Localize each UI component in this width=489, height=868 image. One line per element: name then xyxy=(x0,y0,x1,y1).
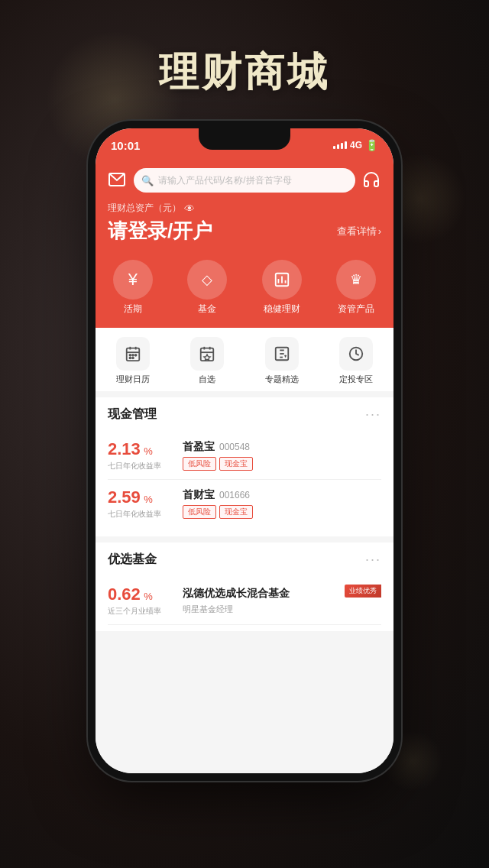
cash-item-1[interactable]: 2.13 % 七日年化收益率 首盈宝 000548 低风险 现金宝 xyxy=(108,432,381,480)
favorites-label: 自选 xyxy=(199,374,215,385)
nav-wenjian[interactable]: 稳健理财 xyxy=(244,260,319,316)
signal-bar-1 xyxy=(333,146,335,149)
background: 理财商城 10:01 4G 🔋 xyxy=(0,0,489,868)
tag-cashbao-1: 现金宝 xyxy=(219,457,253,471)
autoinvest-icon xyxy=(339,337,373,371)
nav-autoinvest[interactable]: 定投专区 xyxy=(319,337,394,385)
svg-point-9 xyxy=(129,355,131,356)
fund-info-2: 首财宝 001666 低风险 现金宝 xyxy=(176,488,381,519)
svg-point-12 xyxy=(129,358,131,359)
search-placeholder-text: 请输入产品代码/名称/拼音首字母 xyxy=(158,174,292,187)
network-type: 4G xyxy=(350,140,362,151)
notch xyxy=(199,128,290,150)
quick-nav: ¥ 活期 ◇ 基金 稳健理财 ♛ 资 xyxy=(96,254,393,328)
preferred-fund-name-1: 泓德优选成长混合基金 xyxy=(183,587,290,601)
asset-label: 理财总资产（元） 👁 xyxy=(108,202,381,215)
preferred-item-1[interactable]: 0.62 % 近三个月业绩率 泓德优选成长混合基金 明星基金经理 业绩优秀 xyxy=(108,577,381,625)
nav-ziguan[interactable]: ♛ 资管产品 xyxy=(319,260,394,316)
cash-section-title: 现金管理 xyxy=(108,406,157,423)
calendar-icon xyxy=(116,337,150,371)
status-bar: 10:01 4G 🔋 xyxy=(96,128,393,162)
fund-name-row-1: 首盈宝 000548 xyxy=(183,440,381,454)
preferred-rate-value-1: 0.62 xyxy=(108,585,141,604)
cash-item-2[interactable]: 2.59 % 七日年化收益率 首财宝 001666 低风险 现金宝 xyxy=(108,480,381,527)
calendar-label: 理财日历 xyxy=(116,374,150,385)
search-row: 🔍 请输入产品代码/名称/拼音首字母 xyxy=(108,168,381,193)
preferred-fund-sub-1: 明星基金经理 xyxy=(183,604,381,615)
asset-main-row: 请登录/开户 查看详情 › xyxy=(108,218,381,245)
fund-rate-2: 2.59 % 七日年化收益率 xyxy=(108,487,176,520)
status-icons: 4G 🔋 xyxy=(333,139,378,151)
fund-code-1: 000548 xyxy=(219,442,250,452)
nav-huoqi[interactable]: ¥ 活期 xyxy=(96,260,170,316)
jijin-label: 基金 xyxy=(198,303,216,316)
view-detail-link[interactable]: 查看详情 › xyxy=(337,225,381,238)
fund-name-2: 首财宝 xyxy=(183,488,215,502)
svg-point-11 xyxy=(135,355,137,356)
fund-tags-1: 低风险 现金宝 xyxy=(183,457,381,471)
header-section: 🔍 请输入产品代码/名称/拼音首字母 理财总资产（元） 👁 请登录/开户 xyxy=(96,162,393,254)
rate-label-1: 七日年化收益率 xyxy=(108,461,176,471)
app-title: 理财商城 xyxy=(0,46,489,99)
nav-jijin[interactable]: ◇ 基金 xyxy=(170,260,245,316)
chevron-right-icon: › xyxy=(378,225,381,237)
preferred-section: 优选基金 ··· 0.62 % 近三个月业绩率 泓德优选成长混合基金 xyxy=(96,542,393,631)
topics-icon xyxy=(265,337,299,371)
fund-name-row-2: 首财宝 001666 xyxy=(183,488,381,502)
fund-name-1: 首盈宝 xyxy=(183,440,215,454)
tag-low-risk-2: 低风险 xyxy=(183,505,216,519)
rate-value-2: 2.59 xyxy=(108,487,141,507)
fund-rate-1: 2.13 % 七日年化收益率 xyxy=(108,439,176,471)
preferred-rate-1: 0.62 % 近三个月业绩率 xyxy=(108,585,176,617)
rate-value-1: 2.13 xyxy=(108,439,141,458)
fund-info-1: 首盈宝 000548 低风险 现金宝 xyxy=(176,440,381,471)
svg-point-10 xyxy=(132,355,134,356)
tag-low-risk-1: 低风险 xyxy=(183,457,216,471)
signal-bar-4 xyxy=(345,141,347,149)
cash-section: 现金管理 ··· 2.13 % 七日年化收益率 首盈宝 xyxy=(96,397,393,536)
svg-point-13 xyxy=(132,358,134,359)
cash-section-header: 现金管理 ··· xyxy=(108,406,381,423)
headphone-icon[interactable] xyxy=(361,170,381,190)
rate-unit-2: % xyxy=(144,494,153,505)
autoinvest-label: 定投专区 xyxy=(339,374,373,385)
wenjian-label: 稳健理财 xyxy=(264,303,300,316)
fund-tags-2: 低风险 现金宝 xyxy=(183,505,381,519)
cash-section-more[interactable]: ··· xyxy=(365,406,381,423)
signal-bars xyxy=(333,141,347,149)
nav-favorites[interactable]: 自选 xyxy=(170,337,245,385)
signal-bar-3 xyxy=(341,143,343,149)
preferred-rate-unit-1: % xyxy=(144,591,153,602)
preferred-section-title: 优选基金 xyxy=(108,552,157,568)
search-bar[interactable]: 🔍 请输入产品代码/名称/拼音首字母 xyxy=(134,168,355,193)
wenjian-icon xyxy=(262,260,302,300)
battery-icon: 🔋 xyxy=(365,139,378,151)
status-time: 10:01 xyxy=(111,139,140,152)
huoqi-icon: ¥ xyxy=(113,260,153,300)
huoqi-label: 活期 xyxy=(124,303,142,316)
asset-amount[interactable]: 请登录/开户 xyxy=(108,218,212,245)
eye-icon[interactable]: 👁 xyxy=(184,202,195,215)
signal-bar-2 xyxy=(337,144,339,149)
nav-topics[interactable]: 专题精选 xyxy=(244,337,319,385)
preferred-rate-label-1: 近三个月业绩率 xyxy=(108,606,176,617)
rate-unit-1: % xyxy=(144,445,153,457)
preferred-section-header: 优选基金 ··· xyxy=(108,552,381,568)
ziguan-label: 资管产品 xyxy=(338,303,374,316)
rate-label-2: 七日年化收益率 xyxy=(108,509,176,520)
preferred-section-more[interactable]: ··· xyxy=(365,552,381,568)
performance-badge: 业绩优秀 xyxy=(345,585,381,598)
search-icon: 🔍 xyxy=(141,175,154,186)
main-area: 理财日历 自选 xyxy=(96,328,393,773)
second-nav: 理财日历 自选 xyxy=(96,328,393,391)
mail-icon[interactable] xyxy=(108,170,128,190)
topics-label: 专题精选 xyxy=(265,374,299,385)
jijin-icon: ◇ xyxy=(187,260,227,300)
fund-code-2: 001666 xyxy=(219,490,250,500)
nav-calendar[interactable]: 理财日历 xyxy=(96,337,170,385)
ziguan-icon: ♛ xyxy=(336,260,376,300)
favorites-icon xyxy=(190,337,224,371)
tag-cashbao-2: 现金宝 xyxy=(219,505,253,519)
phone-frame: 10:01 4G 🔋 xyxy=(96,128,393,773)
